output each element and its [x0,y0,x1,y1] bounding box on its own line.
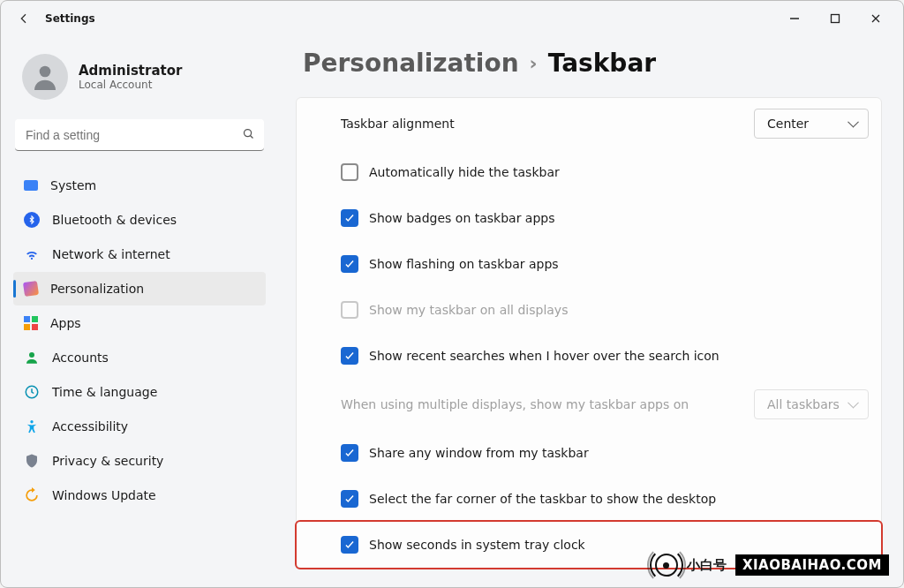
checkbox-far-corner[interactable] [341,490,358,508]
svg-rect-1 [832,15,840,23]
chevron-right-icon: › [530,52,538,74]
setting-label: Select the far corner of the taskbar to … [369,492,716,506]
setting-label: Show seconds in system tray clock [369,538,585,552]
nav-label: Privacy & security [52,454,163,468]
checkbox-share-window[interactable] [341,444,358,462]
system-icon [24,180,38,191]
user-account-type: Local Account [79,79,182,91]
setting-label: Show badges on taskbar apps [369,211,555,225]
breadcrumb-current: Taskbar [548,49,656,78]
checkbox-flashing[interactable] [341,255,358,273]
row-share-window[interactable]: Share any window from my taskbar [297,430,881,476]
nav-label: Time & language [52,385,157,399]
row-taskbar-alignment: Taskbar alignment Center [297,98,881,149]
title-bar: Settings [1,1,903,36]
setting-label: When using multiple displays, show my ta… [341,397,689,411]
dropdown-value: All taskbars [767,397,840,411]
clock-icon [24,384,40,400]
nav-label: Network & internet [52,247,170,261]
accounts-icon [24,350,40,366]
window-title: Settings [45,12,95,25]
main-content: Personalization › Taskbar Taskbar alignm… [275,36,903,587]
nav-item-windows-update[interactable]: Windows Update [13,479,266,512]
checkbox-badges[interactable] [341,209,358,227]
row-flashing[interactable]: Show flashing on taskbar apps [297,241,881,287]
watermark-logo-icon [655,554,678,577]
nav-item-privacy[interactable]: Privacy & security [13,444,266,478]
row-far-corner[interactable]: Select the far corner of the taskbar to … [297,476,881,522]
taskbar-settings-card: Taskbar alignment Center Automatically h… [296,97,882,569]
close-button[interactable] [855,4,896,33]
watermark-text-en: XIAOBAIHAO.COM [735,554,889,576]
multi-display-dropdown: All taskbars [754,389,869,419]
shield-icon [24,453,40,469]
svg-point-2 [40,66,51,78]
personalization-icon [23,281,39,297]
nav-item-apps[interactable]: Apps [13,306,266,340]
checkbox-all-displays [341,301,358,319]
nav-label: System [50,178,96,192]
breadcrumb: Personalization › Taskbar [296,49,882,78]
nav-item-accessibility[interactable]: Accessibility [13,410,266,443]
nav-item-network[interactable]: Network & internet [13,237,266,271]
search-icon[interactable] [242,127,255,143]
apps-icon [24,316,38,330]
user-account-block[interactable]: Administrator Local Account [13,43,266,116]
accessibility-icon [24,418,40,434]
row-auto-hide[interactable]: Automatically hide the taskbar [297,149,881,195]
nav-item-system[interactable]: System [13,169,266,202]
nav-item-time-language[interactable]: Time & language [13,375,266,409]
maximize-button[interactable] [815,4,855,33]
nav-item-personalization[interactable]: Personalization [13,272,266,305]
nav-label: Bluetooth & devices [52,213,177,227]
nav-label: Personalization [50,282,144,296]
breadcrumb-parent[interactable]: Personalization [303,49,519,78]
checkbox-recent-searches[interactable] [341,347,358,365]
nav-label: Apps [50,316,81,330]
back-button[interactable] [8,3,40,34]
nav-label: Windows Update [52,488,156,502]
watermark-text-cn: 小白号 [687,557,727,574]
window-controls [774,4,896,33]
nav-list: System Bluetooth & devices Network & int… [13,169,266,512]
user-name: Administrator [79,63,182,79]
svg-point-4 [29,352,34,358]
nav-item-bluetooth[interactable]: Bluetooth & devices [13,203,266,237]
nav-label: Accounts [52,351,109,365]
minimize-button[interactable] [774,4,815,33]
svg-point-3 [245,130,252,137]
setting-label: Show recent searches when I hover over t… [369,349,719,363]
row-recent-searches[interactable]: Show recent searches when I hover over t… [297,333,881,379]
watermark: 小白号 XIAOBAIHAO.COM [650,550,894,580]
setting-label: Show my taskbar on all displays [369,303,568,317]
setting-label: Share any window from my taskbar [369,446,589,460]
wifi-icon [24,246,40,262]
svg-point-6 [30,420,33,423]
setting-label: Show flashing on taskbar apps [369,257,559,271]
row-all-displays: Show my taskbar on all displays [297,287,881,333]
avatar [22,54,68,100]
dropdown-value: Center [767,117,809,131]
bluetooth-icon [24,212,40,228]
checkbox-show-seconds[interactable] [341,536,358,554]
sidebar: Administrator Local Account System [1,36,275,587]
search-box [15,119,264,151]
update-icon [24,487,40,503]
setting-label: Automatically hide the taskbar [369,165,560,179]
checkbox-auto-hide[interactable] [341,163,358,181]
row-multi-display-apps: When using multiple displays, show my ta… [297,379,881,430]
setting-label: Taskbar alignment [341,117,455,131]
search-input[interactable] [15,119,264,151]
alignment-dropdown[interactable]: Center [754,109,869,139]
nav-item-accounts[interactable]: Accounts [13,341,266,374]
settings-window: Settings Administrator Local Account [0,0,904,588]
row-badges[interactable]: Show badges on taskbar apps [297,195,881,241]
nav-label: Accessibility [52,419,128,433]
